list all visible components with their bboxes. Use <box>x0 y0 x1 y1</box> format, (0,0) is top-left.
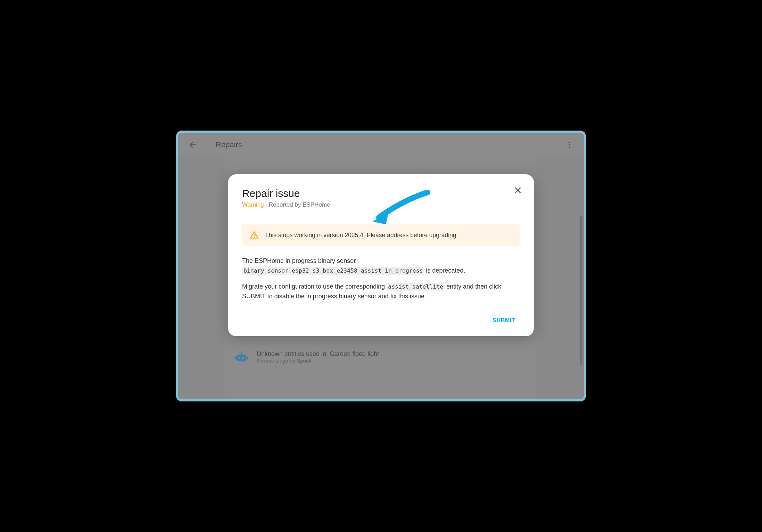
alert-text: This stops working in version 2025.4. Pl… <box>265 232 458 239</box>
dialog-actions: SUBMIT <box>242 314 520 327</box>
dialog-body: The ESPHome in progress binary sensor bi… <box>242 256 520 301</box>
submit-button[interactable]: SUBMIT <box>488 314 520 327</box>
dialog-scrim[interactable]: Repair issue Warning · Reported by ESPHo… <box>178 133 584 399</box>
reporter-label: · Reported by ESPHome <box>264 201 330 208</box>
severity-label: Warning <box>242 201 264 208</box>
svg-point-14 <box>254 237 255 238</box>
version-warning-alert: This stops working in version 2025.4. Pl… <box>242 224 520 246</box>
dialog-title: Repair issue <box>242 188 520 199</box>
body-paragraph-2: Migrate your configuration to use the co… <box>242 282 520 301</box>
body-paragraph-1: The ESPHome in progress binary sensor bi… <box>242 256 520 276</box>
app-frame: Repairs Unknown entities used in: Garden… <box>176 131 586 401</box>
repair-dialog: Repair issue Warning · Reported by ESPHo… <box>228 174 534 336</box>
close-button[interactable] <box>511 183 525 197</box>
entity-code: binary_sensor.esp32_s3_box_e23458_assist… <box>242 267 424 275</box>
dialog-subtitle: Warning · Reported by ESPHome <box>242 201 520 208</box>
alert-triangle-icon <box>250 231 259 240</box>
close-icon <box>514 186 522 194</box>
entity-code: assist_satellite <box>387 283 445 291</box>
